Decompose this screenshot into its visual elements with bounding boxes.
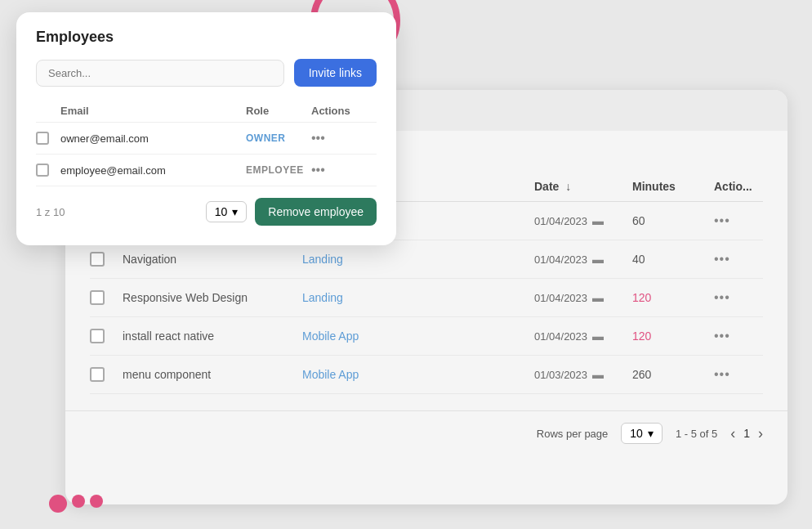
table-row: Responsive Web Design Landing 01/04/2023… [90, 279, 763, 317]
project-name: Mobile App [302, 368, 534, 381]
row-action-menu[interactable]: ••• [714, 290, 730, 305]
popup-top-row: Invite links [36, 59, 377, 87]
employee-checkbox[interactable] [36, 164, 49, 177]
popup-page-info: 1 z 10 [36, 206, 65, 218]
date-value: 01/04/2023 [534, 292, 587, 304]
task-name: install react native [123, 330, 302, 343]
deco-dot-3 [90, 495, 103, 508]
rows-per-page-value: 10 [630, 427, 643, 440]
row-action-menu[interactable]: ••• [714, 329, 730, 343]
row-checkbox-cell [90, 290, 123, 305]
emp-header-actions: Actions [311, 105, 377, 117]
header-actions: Actio... [714, 180, 763, 193]
project-name: Landing [302, 291, 534, 304]
date-value: 01/03/2023 [534, 369, 587, 381]
employee-email: owner@email.com [60, 132, 246, 145]
row-checkbox-cell [90, 329, 123, 343]
decorative-dots [49, 495, 103, 513]
emp-checkbox-cell [36, 132, 60, 145]
rows-per-page-select[interactable]: 10 ▾ [621, 423, 663, 444]
deco-dot-1 [49, 495, 67, 513]
minutes-value: 120 [632, 330, 714, 343]
row-action-menu[interactable]: ••• [714, 213, 730, 228]
table-row: menu component Mobile App 01/03/2023 ▬ 2… [90, 356, 763, 394]
row-checkbox[interactable] [90, 290, 105, 305]
task-name: Navigation [123, 253, 302, 266]
project-name: Landing [302, 253, 534, 266]
table-row: install react native Mobile App 01/04/20… [90, 317, 763, 356]
date-value: 01/04/2023 [534, 215, 587, 227]
date-cell: 01/04/2023 ▬ [534, 253, 632, 266]
minutes-value: 60 [632, 214, 714, 227]
popup-page-size-select[interactable]: 10 ▾ [206, 201, 248, 222]
chevron-down-icon: ▾ [232, 205, 238, 218]
project-name: Mobile App [302, 330, 534, 343]
row-actions-cell: ••• [714, 252, 763, 267]
row-checkbox-cell [90, 252, 123, 267]
minutes-value: 40 [632, 253, 714, 266]
popup-title: Employees [36, 29, 377, 46]
popup-page-size-value: 10 [215, 205, 228, 218]
prev-page-button[interactable]: ‹ [730, 425, 735, 442]
row-actions-cell: ••• [714, 213, 763, 228]
employee-action-menu[interactable]: ••• [311, 131, 377, 146]
date-cell: 01/04/2023 ▬ [534, 214, 632, 227]
minutes-value: 260 [632, 368, 714, 381]
task-name: Responsive Web Design [123, 291, 302, 304]
date-cell: 01/03/2023 ▬ [534, 368, 632, 381]
search-input[interactable] [36, 60, 284, 87]
calendar-icon: ▬ [592, 291, 604, 304]
date-value: 01/04/2023 [534, 253, 587, 266]
date-cell: 01/04/2023 ▬ [534, 330, 632, 343]
calendar-icon: ▬ [592, 330, 604, 343]
row-action-menu[interactable]: ••• [714, 252, 730, 267]
row-checkbox[interactable] [90, 367, 105, 382]
emp-header-role: Role [246, 105, 311, 117]
sort-icon: ↓ [565, 180, 571, 193]
row-action-menu[interactable]: ••• [714, 367, 730, 382]
row-actions-cell: ••• [714, 367, 763, 382]
employee-checkbox[interactable] [36, 132, 49, 145]
rows-per-page-label: Rows per page [537, 428, 608, 440]
task-name: menu component [123, 368, 302, 381]
employee-row: owner@email.com OWNER ••• [36, 123, 377, 155]
page-nav: ‹ 1 › [730, 425, 763, 442]
row-actions-cell: ••• [714, 290, 763, 305]
emp-header-email: Email [60, 105, 246, 117]
row-actions-cell: ••• [714, 329, 763, 343]
next-page-button[interactable]: › [758, 425, 763, 442]
date-value: 01/04/2023 [534, 330, 587, 343]
page-info: 1 - 5 of 5 [676, 428, 717, 440]
calendar-icon: ▬ [592, 253, 604, 266]
row-checkbox[interactable] [90, 252, 105, 267]
emp-header-check [36, 105, 60, 117]
popup-bottom-row: 1 z 10 10 ▾ Remove employee [36, 198, 377, 226]
deco-dot-2 [72, 495, 85, 508]
current-page: 1 [743, 427, 750, 440]
employee-email: employee@email.com [60, 164, 246, 177]
employee-role: EMPLOYEE [246, 164, 311, 176]
employees-popup: Employees Invite links Email Role Action… [16, 12, 396, 245]
remove-employee-button[interactable]: Remove employee [255, 198, 377, 226]
table-row: Navigation Landing 01/04/2023 ▬ 40 ••• [90, 240, 763, 279]
header-date: Date ↓ [534, 180, 632, 193]
pagination-bar: Rows per page 10 ▾ 1 - 5 of 5 ‹ 1 › [65, 410, 787, 455]
employee-role: OWNER [246, 132, 311, 144]
employee-table-header: Email Role Actions [36, 100, 377, 123]
row-checkbox[interactable] [90, 329, 105, 343]
emp-checkbox-cell [36, 164, 60, 177]
chevron-down-icon: ▾ [648, 427, 654, 440]
date-cell: 01/04/2023 ▬ [534, 291, 632, 304]
calendar-icon: ▬ [592, 368, 604, 381]
calendar-icon: ▬ [592, 214, 604, 227]
minutes-value: 120 [632, 291, 714, 304]
row-checkbox-cell [90, 367, 123, 382]
employee-row: employee@email.com EMPLOYEE ••• [36, 155, 377, 186]
invite-links-button[interactable]: Invite links [294, 59, 377, 87]
header-minutes: Minutes [632, 180, 714, 193]
employee-action-menu[interactable]: ••• [311, 163, 377, 177]
